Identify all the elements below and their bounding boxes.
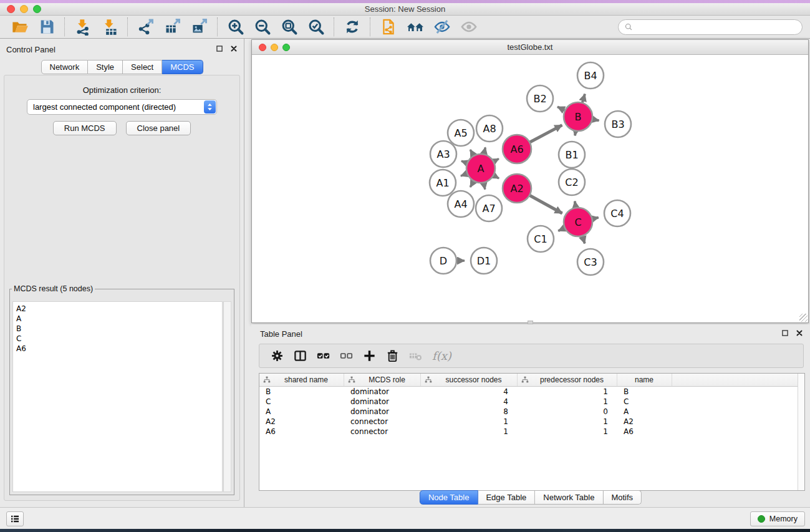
delete-column-button[interactable] xyxy=(381,346,404,365)
minimize-window-button[interactable] xyxy=(20,5,28,13)
run-mcds-button[interactable]: Run MCDS xyxy=(53,121,117,135)
graph-node-C1[interactable]: C1 xyxy=(528,226,554,252)
add-column-icon xyxy=(362,349,377,363)
save-session-button[interactable] xyxy=(33,17,60,37)
column-header-name[interactable]: name xyxy=(617,374,672,386)
mcds-result-list[interactable]: A2ABCA6 xyxy=(12,301,223,492)
graph-node-A6[interactable]: A6 xyxy=(503,135,531,163)
network-canvas[interactable]: B4B2BB3A8A5A6A3B1AA1C2A2A4A7C4CC1C3DD1 xyxy=(252,56,808,322)
column-header-successor-nodes[interactable]: successor nodes xyxy=(421,374,518,386)
table-row[interactable]: Adominator80A xyxy=(259,407,804,417)
task-history-button[interactable] xyxy=(6,511,24,526)
home-pair-button[interactable] xyxy=(402,17,428,37)
table-row[interactable]: A2connector11A2 xyxy=(259,417,804,427)
graph-node-B[interactable]: B xyxy=(564,102,592,131)
svg-text:B: B xyxy=(575,111,582,123)
tab-network-table[interactable]: Network Table xyxy=(535,490,603,505)
tab-mcds[interactable]: MCDS xyxy=(162,60,203,74)
graph-node-A8[interactable]: A8 xyxy=(476,115,503,142)
float-panel-icon[interactable] xyxy=(215,44,224,53)
table-cell: 4 xyxy=(421,397,518,406)
tab-select[interactable]: Select xyxy=(123,60,162,74)
graph-node-C4[interactable]: C4 xyxy=(604,200,630,226)
graph-node-D1[interactable]: D1 xyxy=(471,248,497,274)
graph-node-C3[interactable]: C3 xyxy=(577,249,604,275)
network-close-button[interactable] xyxy=(259,44,266,51)
network-minimize-button[interactable] xyxy=(271,44,278,51)
column-layout-button[interactable] xyxy=(289,346,312,365)
graph-node-B1[interactable]: B1 xyxy=(559,142,585,168)
graph-node-C[interactable]: C xyxy=(564,208,592,236)
svg-text:B4: B4 xyxy=(584,70,597,82)
add-column-button[interactable] xyxy=(358,346,381,365)
export-network-icon xyxy=(137,18,155,36)
select-all-checks-button[interactable] xyxy=(312,346,335,365)
graph-node-D[interactable]: D xyxy=(430,248,456,274)
memory-button[interactable]: Memory xyxy=(750,511,805,526)
column-header-predecessor-nodes[interactable]: predecessor nodes xyxy=(518,374,617,386)
status-bar: Memory xyxy=(0,507,810,529)
refresh-layout-button[interactable] xyxy=(339,17,365,37)
close-panel-icon[interactable] xyxy=(229,44,238,53)
graph-node-B4[interactable]: B4 xyxy=(577,62,604,89)
zoom-out-button[interactable] xyxy=(249,17,276,37)
network-zoom-button[interactable] xyxy=(282,44,290,51)
tab-network[interactable]: Network xyxy=(41,60,88,74)
settings-gear-button[interactable] xyxy=(266,346,289,365)
table-row[interactable]: A6connector11A6 xyxy=(259,427,804,437)
import-network-button[interactable] xyxy=(69,17,96,37)
hide-graphics-details-button[interactable] xyxy=(428,17,455,37)
graph-node-A5[interactable]: A5 xyxy=(448,120,474,146)
graph-node-A7[interactable]: A7 xyxy=(476,195,502,221)
zoom-window-button[interactable] xyxy=(33,5,41,13)
graph-node-A3[interactable]: A3 xyxy=(430,141,456,167)
import-table-button[interactable] xyxy=(96,17,123,37)
graph-node-A[interactable]: A xyxy=(466,154,495,183)
zoom-fit-button[interactable] xyxy=(276,17,302,37)
graph-node-C2[interactable]: C2 xyxy=(559,169,585,195)
zoom-in-button[interactable] xyxy=(222,17,249,37)
deselect-all-checks-button[interactable] xyxy=(335,346,358,365)
mcds-result-scrollbar[interactable] xyxy=(223,301,231,492)
memory-status-icon xyxy=(758,515,765,523)
open-folder-button[interactable] xyxy=(6,17,33,37)
table-row[interactable]: Cdominator41C xyxy=(259,397,804,407)
graph-node-B3[interactable]: B3 xyxy=(605,111,631,137)
svg-text:C: C xyxy=(574,216,581,228)
export-table-button[interactable] xyxy=(159,17,186,37)
export-image-button[interactable] xyxy=(186,17,213,37)
network-from-file-button[interactable] xyxy=(375,17,402,37)
tab-style[interactable]: Style xyxy=(88,60,123,74)
search-field[interactable] xyxy=(618,19,803,35)
graph-node-B2[interactable]: B2 xyxy=(527,85,553,112)
window-resize-grip[interactable] xyxy=(799,314,808,322)
criterion-select[interactable]: largest connected component (directed) xyxy=(27,99,217,115)
close-table-panel-icon[interactable] xyxy=(795,329,804,337)
tab-edge-table[interactable]: Edge Table xyxy=(478,490,535,505)
table-cell: 4 xyxy=(421,387,518,396)
zoom-out-icon xyxy=(254,18,271,36)
table-row[interactable]: Bdominator41B xyxy=(259,387,804,397)
tab-node-table[interactable]: Node Table xyxy=(420,490,478,505)
close-panel-button[interactable]: Close panel xyxy=(126,121,191,135)
mcds-result-item[interactable]: A2 xyxy=(16,304,219,314)
float-table-panel-icon[interactable] xyxy=(781,329,789,337)
tab-motifs[interactable]: Motifs xyxy=(603,490,642,505)
column-header-mcds-role[interactable]: MCDS role xyxy=(344,374,421,386)
mcds-result-item[interactable]: A xyxy=(16,314,219,324)
mcds-result-item[interactable]: C xyxy=(16,334,219,344)
mcds-result-item[interactable]: A6 xyxy=(16,344,219,354)
graph-node-A4[interactable]: A4 xyxy=(448,191,474,217)
mcds-result-item[interactable]: B xyxy=(16,324,219,334)
graph-node-A2[interactable]: A2 xyxy=(503,174,531,203)
close-window-button[interactable] xyxy=(7,5,15,13)
graph-node-A1[interactable]: A1 xyxy=(430,170,456,196)
column-header-shared-name[interactable]: shared name xyxy=(259,374,344,386)
tree-attribute-icon xyxy=(347,375,356,384)
zoom-selected-button[interactable] xyxy=(302,17,329,37)
export-network-button[interactable] xyxy=(132,17,159,37)
search-input[interactable] xyxy=(637,22,796,31)
table-cell: dominator xyxy=(344,397,421,406)
table-scrollbar[interactable] xyxy=(798,374,804,490)
tree-attribute-icon xyxy=(424,375,433,384)
